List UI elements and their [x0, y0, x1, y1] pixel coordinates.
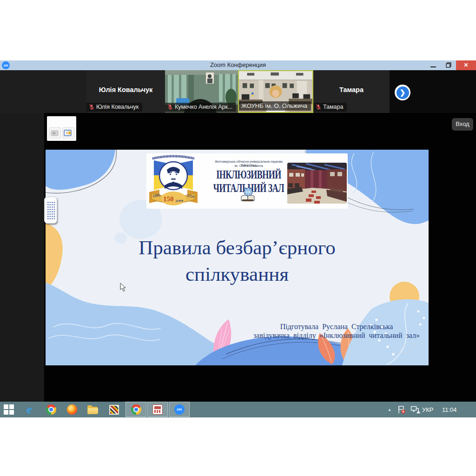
close-icon: ✕	[463, 62, 468, 68]
logo-anniversary-word: років	[176, 199, 183, 203]
participant-tile-active-speaker[interactable]: ЖОУНБ ім. О. Ольжича	[238, 70, 313, 113]
window-titlebar: zm Zoom Конференция ✕	[0, 60, 476, 70]
participant-tile[interactable]: Тамара Тамара	[313, 70, 390, 113]
firefox-icon[interactable]	[67, 404, 77, 415]
participant-label: Юлія Ковальчук	[86, 103, 142, 112]
zoom-taskbar-button[interactable]: zm	[169, 402, 190, 417]
slide-title-line1: Правила безбар’єрного	[46, 234, 429, 261]
library-name-line2: ім. Олега Ольжича	[207, 164, 291, 168]
slide-byline: Підготувала Руслана Стрелківська завідув…	[245, 322, 429, 340]
strip-left-filler	[0, 70, 86, 113]
network-icon[interactable]	[410, 406, 421, 414]
minimize-button[interactable]	[427, 60, 440, 70]
participant-label: Тамара	[313, 103, 347, 112]
annotation-toolbar-grip-icon	[47, 201, 55, 220]
presentation-slide[interactable]: 1866 150 років 2016 Житомирська обласна …	[46, 150, 429, 365]
next-participants-button[interactable]: ❯	[395, 85, 410, 100]
start-button[interactable]	[4, 404, 14, 415]
prev-slide-icon	[50, 129, 60, 137]
prev-slide-button[interactable]	[49, 127, 61, 139]
hidden-icons-arrow[interactable]: ▲	[388, 408, 391, 412]
join-button[interactable]: Вход	[452, 118, 473, 131]
participant-tile[interactable]: Юлія Ковальчук Юлія Ковальчук	[86, 70, 165, 113]
mic-muted-icon	[89, 104, 94, 110]
next-slide-button[interactable]	[62, 127, 74, 139]
logo-anniversary-number: 150	[163, 195, 174, 203]
chrome-taskbar-button[interactable]	[126, 402, 146, 417]
participant-name: Тамара	[313, 86, 390, 93]
participant-name: Юлія Ковальчук	[86, 86, 165, 93]
zoom-icon: zm	[174, 404, 185, 415]
restore-icon	[446, 63, 451, 67]
slide-title-line2: спілкування	[46, 261, 429, 287]
screenshot-root: zm Zoom Конференция ✕ Юлія Ковальчук Юлі…	[0, 0, 476, 476]
taskbar: e zm ▲ УКР 11:04	[0, 402, 476, 417]
slide-title: Правила безбар’єрного спілкування	[46, 234, 429, 287]
reading-room-photo	[287, 163, 347, 204]
action-center-flag-icon[interactable]	[397, 405, 406, 414]
mouse-cursor	[120, 283, 126, 292]
slide-header-banner: 1866 150 років 2016 Житомирська обласна …	[146, 153, 348, 209]
clock[interactable]: 11:04	[442, 406, 457, 413]
chevron-right-icon: ❯	[400, 88, 406, 96]
close-button[interactable]: ✕	[456, 60, 476, 70]
participant-tile[interactable]: Кумечко Анелія Арк...	[165, 70, 238, 113]
next-slide-icon	[63, 129, 73, 137]
presentation-area: Вход	[0, 113, 476, 402]
chrome-icon	[131, 404, 141, 415]
library-anniversary-logo: 1866 150 років 2016	[148, 155, 199, 207]
restore-button[interactable]	[442, 60, 455, 70]
internet-explorer-icon[interactable]: e	[24, 404, 34, 415]
left-dark-column	[0, 113, 44, 402]
participant-label: ЖОУНБ ім. О. Ольжича	[239, 101, 311, 111]
mic-muted-icon	[167, 104, 173, 110]
slide-nav-box	[47, 116, 76, 141]
participant-label: Кумечко Анелія Арк...	[165, 103, 236, 112]
powerpoint-icon	[152, 404, 163, 415]
chrome-icon[interactable]	[46, 404, 56, 415]
powerpoint-taskbar-button[interactable]	[147, 402, 168, 417]
byline-line1: Підготувала Руслана Стрелківська	[245, 322, 429, 331]
window-title: Zoom Конференция	[0, 61, 476, 68]
mic-muted-icon	[316, 104, 321, 110]
file-explorer-icon[interactable]	[87, 404, 98, 415]
language-indicator[interactable]: УКР	[422, 406, 434, 413]
globe-book-icon	[239, 187, 256, 203]
byline-line2: завідувачка відділу «Інклюзивний читальн…	[245, 331, 429, 340]
windows-logo-icon	[4, 404, 14, 415]
media-app-icon[interactable]	[109, 404, 119, 415]
annotation-toolbar[interactable]	[44, 197, 57, 224]
